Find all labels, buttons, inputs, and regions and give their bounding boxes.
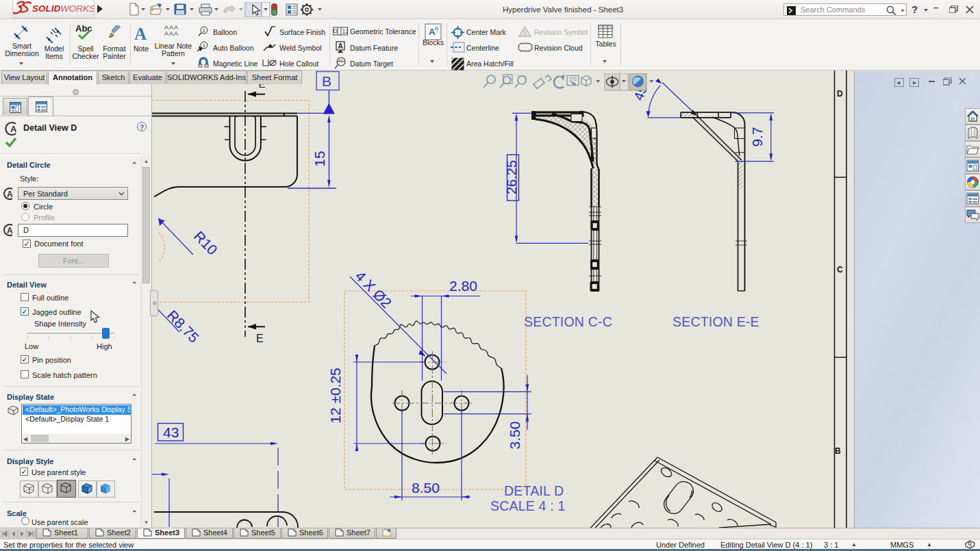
svg-text:26.25: 26.25 <box>504 160 519 194</box>
svg-text:12: 12 <box>342 28 349 35</box>
svg-text:A: A <box>10 124 17 134</box>
svg-text:WORKS: WORKS <box>60 3 94 14</box>
svg-text:1: 1 <box>203 27 206 34</box>
svg-text:SCALE 4 : 1: SCALE 4 : 1 <box>490 498 566 513</box>
svg-text:DETAIL D: DETAIL D <box>504 483 564 498</box>
svg-text:4 X Ø2: 4 X Ø2 <box>352 268 394 311</box>
svg-text:12 ±0.25: 12 ±0.25 <box>327 368 343 424</box>
svg-text:43: 43 <box>163 424 179 440</box>
svg-text:2.80: 2.80 <box>449 278 477 294</box>
svg-text:C: C <box>837 265 843 274</box>
svg-text:B: B <box>835 446 841 456</box>
svg-text:R8.75: R8.75 <box>164 307 202 346</box>
svg-text:R10: R10 <box>191 228 221 258</box>
svg-text:SECTION C-C: SECTION C-C <box>524 314 612 329</box>
svg-text:9.7: 9.7 <box>749 127 765 146</box>
svg-text:15: 15 <box>312 151 327 166</box>
svg-text:A: A <box>7 226 13 235</box>
svg-text:A1: A1 <box>338 58 343 62</box>
svg-text:3.50: 3.50 <box>507 422 523 450</box>
svg-text:A: A <box>7 190 13 199</box>
svg-text:E: E <box>256 333 264 344</box>
svg-text:8.50: 8.50 <box>412 480 440 496</box>
svg-text:A: A <box>429 27 436 37</box>
svg-text:D: D <box>837 89 843 99</box>
svg-text:SECTION E-E: SECTION E-E <box>673 314 759 329</box>
svg-text:1: 1 <box>203 42 206 49</box>
svg-text:A: A <box>338 42 343 50</box>
svg-text:SOLID: SOLID <box>32 3 61 14</box>
svg-text:1: 1 <box>523 29 527 36</box>
svg-text:B: B <box>322 73 331 89</box>
